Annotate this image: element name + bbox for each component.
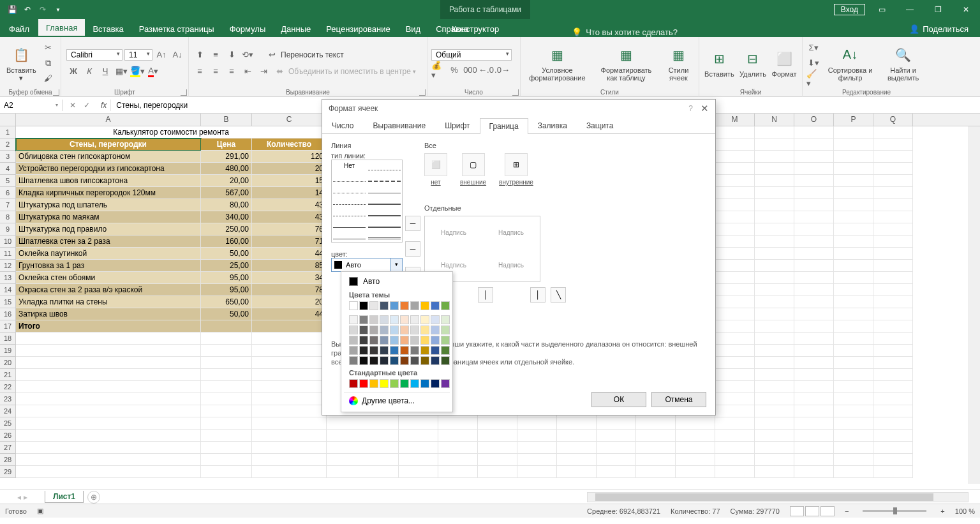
cell[interactable] [755,248,794,260]
cell[interactable] [16,417,201,430]
dialog-tab-border[interactable]: Граница [480,118,528,134]
color-swatch[interactable] [369,326,378,334]
table-cell[interactable]: 50,00 [201,248,252,260]
cell[interactable] [834,163,873,175]
row-header[interactable]: 13 [0,272,16,284]
row-header[interactable]: 20 [0,357,16,369]
cell[interactable] [873,296,913,308]
row-header[interactable]: 14 [0,284,16,296]
cell[interactable] [834,260,873,272]
cell[interactable] [834,393,873,405]
save-icon[interactable]: 💾 [5,3,19,17]
cell[interactable] [557,430,597,442]
tab-review[interactable]: Рецензирование [318,20,397,37]
cell[interactable] [755,393,794,405]
decrease-font-icon[interactable]: A↓ [170,48,184,62]
cell[interactable] [438,454,478,466]
color-swatch[interactable] [369,301,378,310]
tab-view[interactable]: Вид [398,20,429,37]
border-vmid-button[interactable]: │ [478,287,493,303]
color-swatch[interactable] [441,326,450,334]
cell[interactable] [794,333,834,345]
row-header[interactable]: 9 [0,223,16,236]
fill-color-icon[interactable]: 🪣▾ [130,64,144,79]
color-swatch[interactable] [420,326,429,334]
cell[interactable] [834,405,873,417]
cell[interactable] [715,163,755,175]
table-cell[interactable]: Штукатурка под правило [16,223,201,236]
row-header[interactable]: 7 [0,199,16,211]
cell[interactable] [794,320,834,333]
sheet-tab[interactable]: Лист1 [45,491,84,503]
color-swatch[interactable] [349,326,358,334]
table-cell[interactable] [201,320,252,333]
cell[interactable] [755,430,794,442]
cell[interactable] [597,417,636,430]
cell[interactable] [794,248,834,260]
cell[interactable] [794,260,834,272]
cell[interactable] [201,417,252,430]
color-swatch[interactable] [410,315,419,324]
cell[interactable] [399,466,438,478]
preset-none-button[interactable]: ⬜ [424,153,447,176]
cell[interactable] [715,223,755,236]
cell[interactable] [794,381,834,393]
cell[interactable] [834,223,873,236]
cell[interactable] [834,442,873,454]
cell[interactable] [517,442,557,454]
cell[interactable] [636,454,676,466]
zoom-out-icon[interactable]: − [845,507,849,515]
color-swatch[interactable] [400,326,409,334]
number-format-combo[interactable]: Общий [431,49,512,61]
cell[interactable] [201,393,252,405]
row-header[interactable]: 24 [0,405,16,417]
cell[interactable] [794,442,834,454]
font-color-icon[interactable]: A▾ [146,64,160,79]
cell[interactable] [327,417,399,430]
cell[interactable] [834,333,873,345]
cell[interactable] [399,442,438,454]
color-swatch[interactable] [380,336,389,345]
cell[interactable] [873,357,913,369]
cell[interactable] [834,320,873,333]
table-cell[interactable]: 25,00 [201,260,252,272]
currency-icon[interactable]: 💰▾ [431,63,445,77]
table-cell[interactable]: 43 [252,199,327,211]
cell[interactable] [715,151,755,163]
table-cell[interactable]: Шпатлевка швов гипсокартона [16,175,201,187]
cell[interactable] [834,199,873,211]
color-swatch[interactable] [441,356,450,365]
cell[interactable] [16,357,201,369]
table-cell[interactable]: 340,00 [201,211,252,223]
decrease-indent-icon[interactable]: ⇤ [241,64,255,79]
cell[interactable] [715,466,755,478]
cell[interactable] [16,442,201,454]
cell[interactable] [715,187,755,199]
tell-me-search[interactable]: 💡 Что вы хотите сделать? [565,27,684,37]
row-header[interactable]: 10 [0,236,16,248]
cell[interactable] [478,417,517,430]
table-cell[interactable]: Устройство перегородки из гипсокартона [16,163,201,175]
cell[interactable] [755,369,794,381]
table-cell[interactable]: Окраска стен за 2 раза в/э краской [16,284,201,296]
tab-file[interactable]: Файл [0,20,38,37]
cell[interactable] [715,199,755,211]
cell[interactable] [834,345,873,357]
enter-formula-icon[interactable]: ✓ [80,99,93,112]
cell[interactable] [755,284,794,296]
tab-data[interactable]: Данные [273,20,318,37]
dialog-tab-number[interactable]: Число [322,117,364,133]
row-header[interactable]: 28 [0,454,16,466]
cell[interactable] [873,163,913,175]
table-cell[interactable]: 291,00 [201,151,252,163]
align-top-icon[interactable]: ⬆ [193,48,207,62]
cell[interactable] [794,296,834,308]
dialog-close-icon[interactable]: ✕ [701,103,709,114]
cell[interactable] [252,417,327,430]
align-left-icon[interactable]: ≡ [193,64,207,79]
dialog-tab-fill[interactable]: Заливка [528,117,577,133]
align-right-icon[interactable]: ≡ [225,64,239,79]
cell[interactable] [557,417,597,430]
cell[interactable] [597,466,636,478]
cell[interactable] [327,442,399,454]
